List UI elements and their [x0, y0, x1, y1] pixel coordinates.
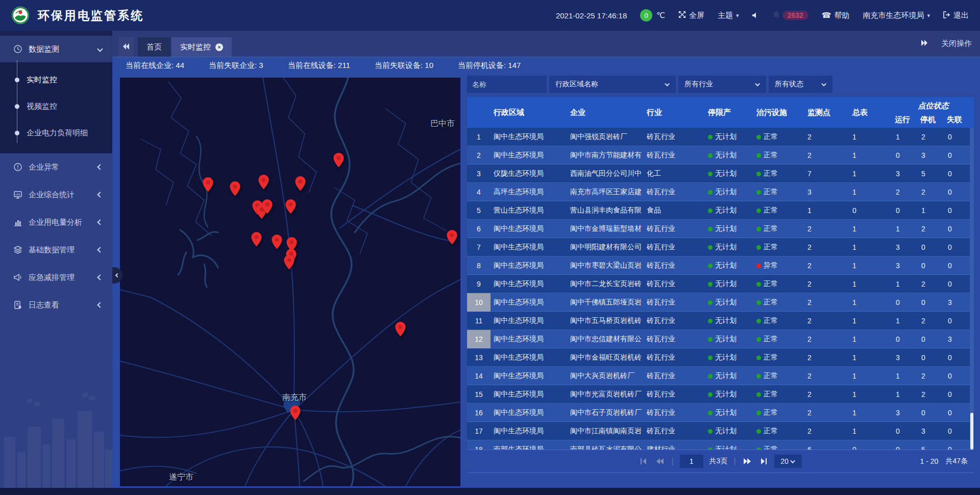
cell-total-meter: 1	[849, 262, 893, 270]
next-page-button[interactable]	[742, 457, 752, 465]
sidebar-item-enterprise-statistics[interactable]: 企业综合统计	[0, 181, 112, 208]
tabs-scroll-right-button[interactable]	[921, 40, 928, 48]
table-row[interactable]: 13阆中生态环境局阆中市金福旺页岩机砖砖瓦行业无计划正常21300	[467, 348, 974, 367]
map-pin-icon[interactable]	[285, 199, 297, 215]
table-row[interactable]: 10阆中生态环境局阆中千佛镇五郎垭页岩砖瓦行业无计划正常21003	[467, 293, 974, 312]
sidebar-item-label: 基础数据管理	[29, 245, 75, 255]
map-pin-icon[interactable]	[251, 231, 262, 247]
sidebar-item-log-view[interactable]: 日志查看	[0, 291, 112, 319]
status-dot-green-icon	[708, 429, 713, 434]
table-row[interactable]: 11阆中生态环境局阆中市五马桥页岩机砖砖瓦行业无计划正常21120	[467, 312, 974, 330]
tab-label: 首页	[146, 42, 162, 52]
table-row[interactable]: 4高坪生态环境局南充市高坪区王家店建砖瓦行业无计划正常31220	[467, 183, 974, 201]
cell-stopped: 2	[918, 372, 945, 380]
cell-total-meter: 0	[849, 445, 893, 450]
sidebar-item-data-monitoring[interactable]: 数据监测	[0, 36, 112, 62]
table-row[interactable]: 17阆中生态环境局阆中市江南镇阆南页岩砖瓦行业无计划正常21030	[467, 422, 974, 440]
cell-row-number: 8	[467, 256, 491, 275]
fullscreen-button[interactable]: 全屏	[678, 11, 704, 20]
notifications-button[interactable]: 2632	[772, 11, 808, 20]
status-dot-green-icon	[708, 245, 713, 250]
org-menu[interactable]: 南充市生态环境局 ▾	[863, 11, 930, 20]
table-row[interactable]: 7阆中生态环境局阆中明阳建材有限公司砖瓦行业无计划正常21300	[467, 238, 974, 256]
tab-home[interactable]: 首页	[138, 37, 170, 57]
table-row[interactable]: 8阆中生态环境局阆中市枣碧大梁山页岩砖瓦行业无计划异常21300	[467, 256, 974, 275]
map-pin-icon[interactable]	[283, 254, 295, 270]
map-pin-icon[interactable]	[258, 174, 270, 190]
theme-button[interactable]: 主题 ▾	[718, 11, 739, 20]
help-button[interactable]: ☎ 帮助	[822, 11, 850, 20]
mute-button[interactable]	[752, 11, 759, 20]
cell-enterprise: 阆中市金福旺页岩机砖	[567, 353, 644, 362]
tab-close-icon[interactable]: ×	[215, 43, 223, 51]
table-row[interactable]: 1阆中生态环境局阆中强锐页岩砖厂砖瓦行业无计划正常21120	[467, 128, 974, 146]
map-pin-icon[interactable]	[395, 321, 406, 337]
tabs-scroll-left-button[interactable]	[118, 37, 134, 57]
table-row[interactable]: 5营山生态环境局营山县润丰肉食品有限食品无计划正常10010	[467, 201, 974, 220]
table-row[interactable]: 16阆中生态环境局阆中市石子页岩机砖厂砖瓦行业无计划正常21300	[467, 404, 974, 422]
cell-limit-production: 无计划	[705, 408, 753, 417]
page-size-select[interactable]: 20	[774, 455, 802, 468]
map-pin-icon[interactable]	[333, 152, 345, 168]
industry-filter-select[interactable]: 所有行业	[678, 76, 766, 93]
name-filter-input[interactable]	[467, 76, 547, 93]
table-row[interactable]: 9阆中生态环境局阆中市二龙长宝页岩砖砖瓦行业无计划正常21120	[467, 275, 974, 293]
status-dot-green-icon	[756, 319, 761, 323]
cell-running: 1	[893, 317, 918, 325]
map-city-label: 遂宁市	[169, 472, 193, 483]
sidebar-subitem-power-load-detail[interactable]: 企业电力负荷明细	[0, 120, 112, 146]
cell-enterprise: 阆中强锐页岩砖厂	[567, 132, 644, 142]
scrollbar-thumb[interactable]	[970, 413, 973, 450]
cell-stopped: 3	[918, 151, 945, 159]
cell-monitor-points: 2	[804, 280, 849, 288]
cell-running: 0	[893, 298, 918, 307]
cell-running: 1	[893, 225, 918, 233]
first-page-button[interactable]	[639, 457, 649, 465]
col-stopped: 停机	[918, 111, 945, 128]
page-number-input[interactable]	[680, 455, 703, 468]
map-pin-icon[interactable]	[202, 177, 214, 193]
map-pin-icon[interactable]	[289, 405, 301, 421]
region-filter-select[interactable]: 行政区域名称	[549, 76, 676, 93]
map-pin-icon[interactable]	[295, 176, 306, 192]
map-pin-icon[interactable]	[446, 229, 458, 245]
table-row[interactable]: 12阆中生态环境局阆中市忠信建材有限公砖瓦行业无计划正常21003	[467, 330, 974, 348]
temperature-badge: 0	[640, 9, 652, 21]
last-page-button[interactable]	[758, 457, 768, 465]
table-row[interactable]: 14阆中生态环境局阆中大兴页岩机砖厂砖瓦行业无计划正常21120	[467, 367, 974, 385]
table-row[interactable]: 3仪陇生态环境局西南油气田分公司川中化工无计划正常71350	[467, 164, 974, 183]
close-operations-button[interactable]: 关闭操作	[941, 39, 972, 49]
cell-region: 阆中生态环境局	[491, 390, 567, 399]
cell-total-meter: 1	[849, 243, 893, 251]
stat-online-enterprises: 当前在线企业: 44	[126, 61, 184, 70]
status-dot-green-icon	[708, 319, 713, 323]
prev-page-button[interactable]	[655, 457, 665, 465]
sidebar-item-power-analysis[interactable]: 企业用电量分析	[0, 208, 112, 236]
map[interactable]: 巴中市南充市遂宁市	[120, 78, 460, 486]
sidebar-item-base-data[interactable]: 基础数据管理	[0, 236, 112, 264]
table-row[interactable]: 6阆中生态环境局阆中市金博瑞新型墙材砖瓦行业无计划正常21120	[467, 220, 974, 238]
map-pin-icon[interactable]	[229, 181, 241, 197]
map-pin-icon[interactable]	[261, 199, 273, 215]
sidebar-item-emergency-reduction[interactable]: 应急减排管理	[0, 264, 112, 291]
cell-stopped: 3	[918, 427, 945, 435]
cell-row-number: 4	[467, 183, 491, 201]
cell-industry: 砖瓦行业	[644, 335, 705, 344]
chevron-left-icon	[97, 164, 103, 170]
sidebar-subitem-video-monitor[interactable]: 视频监控	[0, 93, 112, 120]
sidebar-item-enterprise-abnormal[interactable]: 企业异常	[0, 153, 112, 181]
sidebar-subitem-realtime-monitor[interactable]: 实时监控	[0, 66, 112, 93]
tab-realtime-monitor[interactable]: 实时监控×	[172, 37, 232, 57]
table-row[interactable]: 2阆中生态环境局阆中市南方节能建材有砖瓦行业无计划正常21030	[467, 146, 974, 164]
status-dot-green-icon	[708, 153, 713, 158]
cell-monitor-points: 2	[804, 262, 849, 270]
table-row[interactable]: 18南部生态环境局南部县砖瓦水泥有限公建材行业无计划正常60050	[467, 440, 974, 450]
cell-enterprise: 阆中明阳建材有限公司	[567, 243, 644, 252]
map-pin-icon[interactable]	[271, 234, 283, 250]
logout-button[interactable]: 退出	[943, 11, 969, 20]
cell-monitor-points: 2	[804, 427, 849, 435]
filter-bar: 行政区域名称 所有行业 所有状态	[467, 76, 832, 93]
enterprise-panel: 行政区域名称 所有行业 所有状态 行政区域 企业 行业 停限产 治污设施	[467, 74, 974, 473]
table-row[interactable]: 15阆中生态环境局阆中市光富页岩机砖厂砖瓦行业无计划正常21120	[467, 385, 974, 404]
status-filter-select[interactable]: 所有状态	[769, 76, 832, 93]
